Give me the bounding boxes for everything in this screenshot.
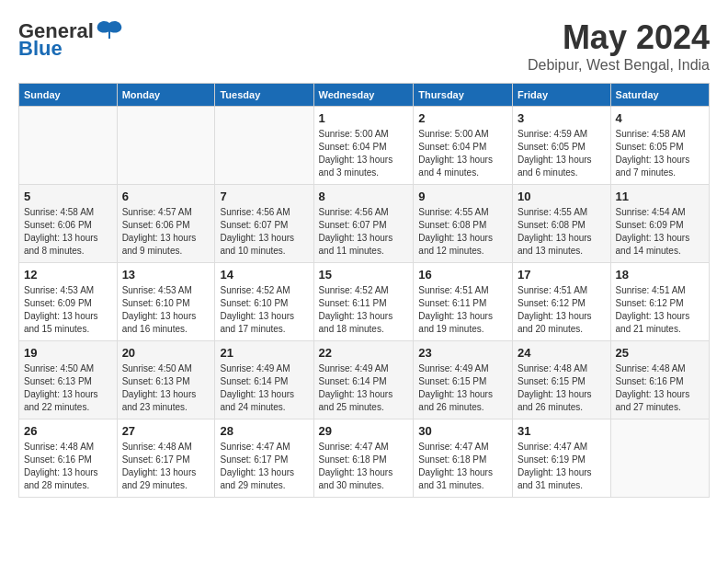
day-number: 29: [319, 424, 409, 438]
logo: General Blue: [18, 18, 125, 61]
calendar-day-cell: 10Sunrise: 4:55 AM Sunset: 6:08 PM Dayli…: [512, 185, 610, 263]
calendar-day-cell: 5Sunrise: 4:58 AM Sunset: 6:06 PM Daylig…: [19, 185, 118, 263]
calendar-day-cell: [610, 419, 709, 498]
day-info: Sunrise: 4:48 AM Sunset: 6:17 PM Dayligh…: [122, 441, 210, 492]
calendar-day-header: Saturday: [610, 84, 709, 107]
calendar-day-cell: 8Sunrise: 4:56 AM Sunset: 6:07 PM Daylig…: [313, 185, 414, 263]
day-info: Sunrise: 4:55 AM Sunset: 6:08 PM Dayligh…: [518, 206, 606, 258]
day-info: Sunrise: 4:54 AM Sunset: 6:09 PM Dayligh…: [616, 206, 704, 258]
day-number: 2: [418, 111, 507, 125]
day-info: Sunrise: 4:49 AM Sunset: 6:14 PM Dayligh…: [319, 362, 409, 414]
day-number: 10: [518, 190, 606, 203]
day-number: 8: [319, 190, 409, 203]
calendar-day-cell: 16Sunrise: 4:51 AM Sunset: 6:11 PM Dayli…: [414, 263, 513, 341]
day-info: Sunrise: 4:59 AM Sunset: 6:05 PM Dayligh…: [518, 128, 606, 179]
calendar-day-cell: 19Sunrise: 4:50 AM Sunset: 6:13 PM Dayli…: [19, 341, 118, 419]
calendar-week-row: 1Sunrise: 5:00 AM Sunset: 6:04 PM Daylig…: [19, 107, 710, 185]
day-info: Sunrise: 4:48 AM Sunset: 6:16 PM Dayligh…: [24, 441, 112, 492]
day-info: Sunrise: 4:50 AM Sunset: 6:13 PM Dayligh…: [24, 362, 112, 414]
calendar-day-cell: 9Sunrise: 4:55 AM Sunset: 6:08 PM Daylig…: [414, 185, 513, 263]
day-info: Sunrise: 4:47 AM Sunset: 6:19 PM Dayligh…: [518, 441, 606, 492]
day-number: 26: [24, 424, 112, 438]
day-number: 3: [518, 111, 606, 125]
day-number: 27: [122, 424, 210, 438]
calendar-day-cell: 3Sunrise: 4:59 AM Sunset: 6:05 PM Daylig…: [512, 107, 610, 185]
day-number: 9: [418, 190, 507, 203]
calendar-day-cell: 14Sunrise: 4:52 AM Sunset: 6:10 PM Dayli…: [215, 263, 313, 341]
day-number: 5: [24, 190, 112, 203]
calendar-day-cell: 1Sunrise: 5:00 AM Sunset: 6:04 PM Daylig…: [313, 107, 414, 185]
day-number: 24: [518, 346, 606, 360]
calendar-header-row: SundayMondayTuesdayWednesdayThursdayFrid…: [19, 84, 710, 107]
day-info: Sunrise: 4:56 AM Sunset: 6:07 PM Dayligh…: [220, 206, 308, 258]
day-info: Sunrise: 4:48 AM Sunset: 6:16 PM Dayligh…: [616, 362, 704, 414]
day-number: 17: [518, 268, 606, 282]
calendar-day-cell: 26Sunrise: 4:48 AM Sunset: 6:16 PM Dayli…: [19, 419, 118, 498]
day-info: Sunrise: 5:00 AM Sunset: 6:04 PM Dayligh…: [319, 128, 409, 179]
day-info: Sunrise: 4:47 AM Sunset: 6:18 PM Dayligh…: [319, 441, 409, 492]
title-block: May 2024 Debipur, West Bengal, India: [528, 18, 710, 74]
calendar-day-cell: 4Sunrise: 4:58 AM Sunset: 6:05 PM Daylig…: [610, 107, 709, 185]
calendar-day-cell: 18Sunrise: 4:51 AM Sunset: 6:12 PM Dayli…: [610, 263, 709, 341]
day-info: Sunrise: 4:49 AM Sunset: 6:15 PM Dayligh…: [418, 362, 507, 414]
calendar-day-cell: 24Sunrise: 4:48 AM Sunset: 6:15 PM Dayli…: [512, 341, 610, 419]
day-info: Sunrise: 4:51 AM Sunset: 6:11 PM Dayligh…: [418, 284, 507, 336]
day-number: 20: [122, 346, 210, 360]
calendar-day-cell: 21Sunrise: 4:49 AM Sunset: 6:14 PM Dayli…: [215, 341, 313, 419]
day-info: Sunrise: 4:53 AM Sunset: 6:10 PM Dayligh…: [122, 284, 210, 336]
calendar-day-header: Monday: [117, 84, 215, 107]
day-info: Sunrise: 4:47 AM Sunset: 6:17 PM Dayligh…: [220, 441, 308, 492]
calendar-day-cell: [117, 107, 215, 185]
day-info: Sunrise: 4:52 AM Sunset: 6:11 PM Dayligh…: [319, 284, 409, 336]
month-title: May 2024: [528, 18, 710, 57]
day-number: 14: [220, 268, 308, 282]
calendar-day-cell: 28Sunrise: 4:47 AM Sunset: 6:17 PM Dayli…: [215, 419, 313, 498]
day-info: Sunrise: 4:55 AM Sunset: 6:08 PM Dayligh…: [418, 206, 507, 258]
calendar-day-cell: [19, 107, 118, 185]
calendar-week-row: 19Sunrise: 4:50 AM Sunset: 6:13 PM Dayli…: [19, 341, 710, 419]
calendar-week-row: 26Sunrise: 4:48 AM Sunset: 6:16 PM Dayli…: [19, 419, 710, 498]
day-info: Sunrise: 4:53 AM Sunset: 6:09 PM Dayligh…: [24, 284, 112, 336]
calendar-table: SundayMondayTuesdayWednesdayThursdayFrid…: [18, 83, 710, 498]
day-number: 28: [220, 424, 308, 438]
calendar-day-cell: 20Sunrise: 4:50 AM Sunset: 6:13 PM Dayli…: [117, 341, 215, 419]
day-info: Sunrise: 4:50 AM Sunset: 6:13 PM Dayligh…: [122, 362, 210, 414]
day-number: 31: [518, 424, 606, 438]
day-number: 11: [616, 190, 704, 203]
day-info: Sunrise: 4:56 AM Sunset: 6:07 PM Dayligh…: [319, 206, 409, 258]
calendar-day-cell: 2Sunrise: 5:00 AM Sunset: 6:04 PM Daylig…: [414, 107, 513, 185]
day-number: 12: [24, 268, 112, 282]
calendar-day-cell: [215, 107, 313, 185]
logo-bird-icon: [96, 18, 123, 44]
calendar-day-header: Friday: [512, 84, 610, 107]
day-info: Sunrise: 4:57 AM Sunset: 6:06 PM Dayligh…: [122, 206, 210, 258]
day-info: Sunrise: 4:48 AM Sunset: 6:15 PM Dayligh…: [518, 362, 606, 414]
calendar-day-header: Thursday: [414, 84, 513, 107]
calendar-week-row: 5Sunrise: 4:58 AM Sunset: 6:06 PM Daylig…: [19, 185, 710, 263]
calendar-day-cell: 15Sunrise: 4:52 AM Sunset: 6:11 PM Dayli…: [313, 263, 414, 341]
day-info: Sunrise: 4:49 AM Sunset: 6:14 PM Dayligh…: [220, 362, 308, 414]
day-number: 16: [418, 268, 507, 282]
calendar-day-cell: 23Sunrise: 4:49 AM Sunset: 6:15 PM Dayli…: [414, 341, 513, 419]
calendar-day-cell: 29Sunrise: 4:47 AM Sunset: 6:18 PM Dayli…: [313, 419, 414, 498]
day-number: 4: [616, 111, 704, 125]
calendar-day-header: Wednesday: [313, 84, 414, 107]
day-info: Sunrise: 4:58 AM Sunset: 6:06 PM Dayligh…: [24, 206, 112, 258]
location-text: Debipur, West Bengal, India: [528, 57, 710, 74]
day-number: 7: [220, 190, 308, 203]
day-info: Sunrise: 5:00 AM Sunset: 6:04 PM Dayligh…: [418, 128, 507, 179]
calendar-day-header: Tuesday: [215, 84, 313, 107]
day-info: Sunrise: 4:52 AM Sunset: 6:10 PM Dayligh…: [220, 284, 308, 336]
day-number: 18: [616, 268, 704, 282]
day-number: 30: [418, 424, 507, 438]
calendar-day-cell: 27Sunrise: 4:48 AM Sunset: 6:17 PM Dayli…: [117, 419, 215, 498]
calendar-day-cell: 25Sunrise: 4:48 AM Sunset: 6:16 PM Dayli…: [610, 341, 709, 419]
calendar-week-row: 12Sunrise: 4:53 AM Sunset: 6:09 PM Dayli…: [19, 263, 710, 341]
page-header: General Blue May 2024 Debipur, West Beng…: [18, 18, 710, 74]
calendar-day-cell: 17Sunrise: 4:51 AM Sunset: 6:12 PM Dayli…: [512, 263, 610, 341]
calendar-day-cell: 22Sunrise: 4:49 AM Sunset: 6:14 PM Dayli…: [313, 341, 414, 419]
day-number: 13: [122, 268, 210, 282]
calendar-day-cell: 12Sunrise: 4:53 AM Sunset: 6:09 PM Dayli…: [19, 263, 118, 341]
day-info: Sunrise: 4:58 AM Sunset: 6:05 PM Dayligh…: [616, 128, 704, 179]
calendar-day-cell: 11Sunrise: 4:54 AM Sunset: 6:09 PM Dayli…: [610, 185, 709, 263]
